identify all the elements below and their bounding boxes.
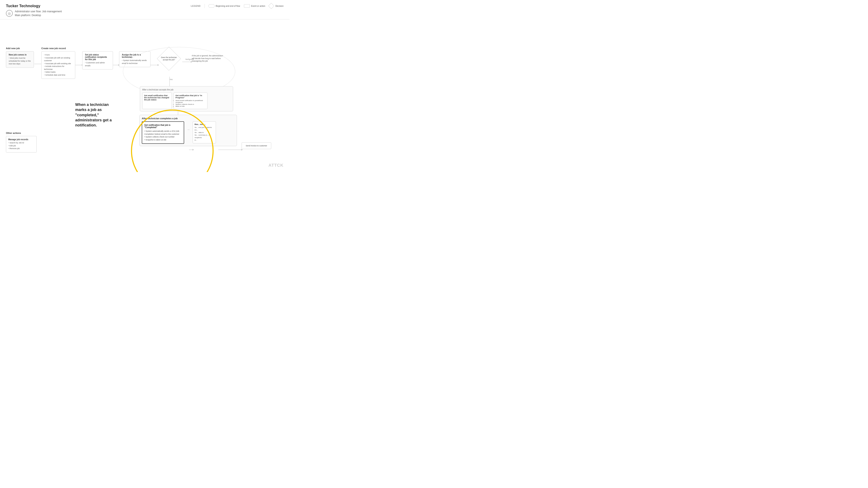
canvas: Add new job New job comes in Most jobs m…	[0, 20, 289, 172]
review-summary-box: Rev... sum... Se... end job recipients i…	[193, 121, 216, 143]
cn-item-2: System collects check-out number	[144, 135, 182, 138]
new-job-item-1: Most jobs must be scheduled for today or…	[9, 57, 31, 65]
user-flow-label: Administrator user flow: Job management	[15, 9, 62, 13]
create-record-box: Form Associate job with an existing cust…	[41, 51, 75, 79]
completed-notification-box: Get notification that job is "Completed"…	[142, 121, 184, 144]
assign-job-list: System automatically sends email to tech…	[122, 59, 148, 65]
header: Tucker Technology ◎ Administrator user f…	[0, 0, 289, 20]
assign-job-box: Assign the job to a technician System au…	[119, 51, 151, 67]
cr-item-1: Form	[44, 54, 72, 57]
legend-decision-label: Decision	[276, 5, 283, 7]
arrow-icon: →	[187, 128, 190, 132]
legend-rounded-box	[209, 4, 214, 8]
mj-item-1: Search by Job ID	[8, 141, 34, 144]
new-job-box: New job comes in Most jobs must be sched…	[6, 51, 34, 68]
cr-item-6: Schedule date and time	[44, 74, 72, 77]
review-summary-title: Rev... sum...	[194, 123, 214, 125]
decision-diamond-container: Does the technician accept the job?	[155, 50, 183, 67]
cn-item-1: System automatically sends a JCN (Job Co…	[144, 130, 182, 135]
manage-job-list: Search by Job ID Edit job Remove job	[8, 141, 34, 150]
after-accept-section: After a technician accepts the job Get e…	[140, 86, 233, 111]
rs-item-4: A...	[194, 139, 214, 141]
add-new-job-label: Add new job	[6, 47, 20, 50]
manage-job-title: Manage job records	[8, 138, 34, 141]
after-accept-label: After a technician accepts the job	[142, 89, 231, 91]
avatar: ◎	[6, 10, 13, 17]
legend-diamond	[268, 3, 274, 9]
email-notif-box: Get email notification that the technici…	[142, 93, 172, 109]
invoice-label: Send invoice to customer	[246, 145, 267, 147]
header-info: ◎ Administrator user flow: Job managemen…	[6, 9, 283, 17]
mj-item-3: Remove job	[8, 147, 34, 150]
cr-item-2: Associate job with an existing customer	[44, 57, 72, 62]
new-job-list: Most jobs must be scheduled for today or…	[9, 57, 31, 65]
new-job-title: New job comes in	[9, 54, 31, 56]
after-completes-label: After technician completes a job	[142, 117, 235, 120]
in-progress-title: Get notification that job is "In Progres…	[176, 94, 206, 99]
legend-sep	[205, 4, 205, 8]
in-progress-box: Get notification that job is "In Progres…	[174, 93, 208, 109]
no-ignore-text: If the job is ignored, the administrator…	[192, 55, 223, 62]
ip-item-2: System collects check-in	[176, 103, 206, 105]
brand-label: ATTCK	[269, 163, 283, 168]
completed-notif-title: Get notification that job is "Completed"	[144, 124, 182, 129]
annotation-text: When a technician marks a job as "comple…	[75, 102, 116, 128]
review-summary-list: Se... end job recipients inc... Se... da…	[194, 126, 214, 141]
legend-box	[244, 4, 250, 8]
cr-item-4: Include instructions for technician	[44, 65, 72, 71]
completed-notif-list: System automatically sends a JCN (Job Co…	[144, 130, 182, 141]
ip-item-1: Send email notification to predefined re…	[176, 100, 206, 103]
create-record-list: Form Associate job with an existing cust…	[44, 54, 72, 76]
set-notif-title: Set job status notification recipients f…	[85, 54, 110, 61]
set-notification-box: Set job status notification recipients f…	[82, 51, 113, 69]
ip-item-3: taken at site	[176, 105, 206, 107]
cn-item-3: Snapshot is taken at site	[144, 138, 182, 141]
legend-event-label: Event or action	[251, 5, 265, 7]
after-completes-section: After technician completes a job Get not…	[140, 115, 237, 146]
assign-job-title: Assign the job to a technician	[122, 54, 148, 58]
svg-marker-13	[192, 149, 194, 151]
no-ignore-box: If the job is ignored, the administrator…	[192, 55, 223, 63]
rs-item-2: Se... data to	[194, 131, 214, 134]
manage-job-box: Manage job records Search by Job ID Edit…	[6, 136, 37, 153]
legend-item-decision: Decision	[269, 4, 283, 8]
decision-label: Does the technician accept the job?	[160, 56, 177, 61]
create-record-section: Create new job record Form Associate job…	[41, 47, 75, 79]
create-record-label: Create new job record	[41, 47, 75, 50]
yes-label: Yes	[169, 78, 173, 80]
platform-label: Main platform: Desktop	[15, 13, 62, 17]
header-text: Administrator user flow: Job management …	[15, 9, 62, 17]
email-notif-title: Get email notification that the technici…	[144, 94, 170, 101]
legend-title: LEGEND	[191, 5, 200, 7]
in-progress-list: Send email notification to predefined re…	[176, 100, 206, 107]
set-notif-item-1: Customers and admin emails	[85, 61, 110, 67]
svg-marker-15	[241, 149, 243, 151]
rs-item-3: Se... summary (c...) recipients	[194, 134, 214, 139]
other-actions-label: Other actions	[6, 132, 37, 134]
after-completes-inner: Get notification that job is "Completed"…	[142, 121, 235, 144]
other-actions-section: Other actions Manage job records Search …	[6, 132, 37, 153]
cr-item-5: Select tasks	[44, 71, 72, 74]
legend-begin-label: Beginning and end of flow	[216, 5, 240, 7]
rs-item-1: Se... end job recipients inc...	[194, 126, 214, 131]
after-accept-inner: Get email notification that the technici…	[142, 93, 231, 109]
invoice-box: Send invoice to customer	[242, 142, 271, 149]
legend-item-event: Event or action	[244, 4, 265, 8]
assign-job-item-1: System automatically sends email to tech…	[122, 59, 148, 65]
user-icon: ◎	[8, 11, 11, 15]
legend: LEGEND Beginning and end of flow Event o…	[191, 4, 283, 8]
cr-item-3: Associate job with existing site	[44, 62, 72, 65]
set-notif-list: Customers and admin emails	[85, 61, 110, 67]
mj-item-2: Edit job	[8, 144, 34, 148]
legend-item-begin: Beginning and end of flow	[209, 4, 240, 8]
